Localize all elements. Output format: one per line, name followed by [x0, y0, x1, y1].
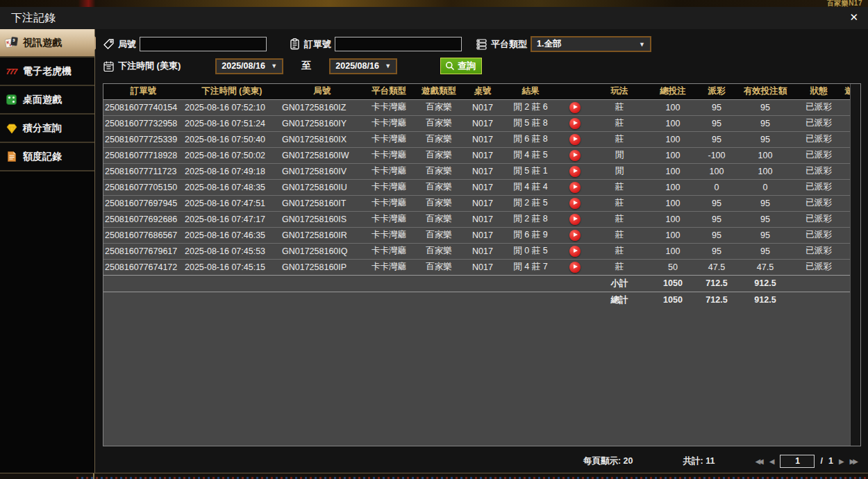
- cell-round-no: GN017258160IT: [281, 195, 364, 211]
- cell-replay: [560, 163, 590, 179]
- page-number-input[interactable]: [780, 455, 815, 468]
- next-page-icon[interactable]: ▶: [839, 457, 844, 465]
- records-table: 訂單號下注時間 (美東)局號平台類型遊戲類型桌號結果玩法總投注派彩有效投注額狀態…: [103, 84, 861, 308]
- cell-valid-bet: 47.5: [736, 259, 794, 275]
- cell-bet-time: 2025-08-16 07:47:51: [183, 195, 281, 211]
- sidebar-item-video-games[interactable]: K♥9 視訊遊戲: [0, 29, 94, 58]
- cell-platform: 卡卡灣廳: [364, 131, 414, 147]
- column-header: 局號: [281, 84, 364, 99]
- replay-icon[interactable]: [569, 214, 581, 225]
- sidebar-item-credit-records[interactable]: 額度記錄: [0, 143, 94, 171]
- replay-icon[interactable]: [569, 230, 581, 241]
- cell-bet-side: 莊: [590, 195, 649, 211]
- cell-game-type: 百家樂: [414, 243, 464, 259]
- cell-total-bet: 100: [649, 243, 697, 259]
- table-row: 2508160776979452025-08-16 07:47:51GN0172…: [103, 195, 861, 211]
- cell-round-no: GN017258160IX: [281, 131, 364, 147]
- cell-replay: [560, 243, 590, 259]
- table-row: 2508160777117232025-08-16 07:49:18GN0172…: [103, 163, 861, 179]
- records-table-container: 訂單號下注時間 (美東)局號平台類型遊戲類型桌號結果玩法總投注派彩有效投注額狀態…: [103, 83, 861, 446]
- cell-status: 已派彩: [794, 179, 843, 195]
- cell-total-bet: 100: [649, 163, 697, 179]
- cell-bet-side: 莊: [590, 227, 649, 243]
- cell-result: 閒 2 莊 6: [501, 99, 560, 115]
- caret-down-icon: ▼: [271, 62, 277, 69]
- round-no-input[interactable]: [140, 37, 267, 51]
- replay-icon[interactable]: [569, 134, 581, 145]
- cell-game-type: 百家樂: [414, 227, 464, 243]
- cell-round-no: GN017258160IW: [281, 147, 364, 163]
- cell-bet-side: 莊: [590, 243, 649, 259]
- summary-valid-bet: 912.5: [736, 275, 794, 292]
- document-icon: [5, 150, 18, 163]
- cell-game-type: 百家樂: [414, 99, 464, 115]
- table-footer: 每頁顯示: 20 共計: 11 ◀◀ ◀ / 1 ▶ ▶▶: [96, 449, 868, 473]
- first-page-icon[interactable]: ◀◀: [755, 457, 763, 465]
- date-from-select[interactable]: 2025/08/16 ▼: [215, 58, 283, 74]
- cell-result: 閒 2 莊 5: [501, 195, 560, 211]
- replay-icon[interactable]: [569, 102, 581, 113]
- close-icon[interactable]: ✕: [849, 11, 858, 24]
- cell-order-no: 250816077732958: [103, 115, 183, 131]
- cell-result: 閒 5 莊 1: [501, 163, 560, 179]
- round-no-label: 局號: [118, 38, 136, 51]
- cell-table-no: N017: [464, 211, 501, 227]
- replay-icon[interactable]: [569, 262, 581, 273]
- summary-valid-bet: 912.5: [736, 292, 794, 308]
- cell-order-no: 250816077674172: [103, 259, 183, 275]
- column-header: 有效投注額: [736, 84, 794, 99]
- search-button[interactable]: 查詢: [440, 58, 482, 74]
- pagination: ◀◀ ◀ / 1 ▶ ▶▶: [755, 455, 858, 468]
- platform-type-select[interactable]: 1.全部 ▼: [531, 36, 651, 52]
- sidebar-item-points[interactable]: 積分查詢: [0, 115, 94, 143]
- order-no-input[interactable]: [335, 37, 462, 51]
- cell-valid-bet: 95: [736, 211, 794, 227]
- sidebar-item-label: 視訊遊戲: [23, 37, 62, 49]
- cell-order-no: 250816077725339: [103, 131, 183, 147]
- last-page-icon[interactable]: ▶▶: [850, 457, 858, 465]
- cell-bet-time: 2025-08-16 07:50:02: [183, 147, 281, 163]
- scrollbar-track[interactable]: [850, 84, 860, 446]
- sidebar-item-table-games[interactable]: 桌面遊戲: [0, 86, 94, 115]
- replay-icon[interactable]: [569, 198, 581, 209]
- cell-result: 閒 5 莊 8: [501, 115, 560, 131]
- replay-icon[interactable]: [569, 166, 581, 177]
- cell-valid-bet: 95: [736, 227, 794, 243]
- cell-total-bet: 100: [649, 99, 697, 115]
- column-header: 平台類型: [364, 84, 414, 99]
- replay-icon[interactable]: [569, 150, 581, 161]
- tag-icon: [103, 38, 115, 50]
- cell-bet-side: 莊: [590, 99, 649, 115]
- prev-page-icon[interactable]: ◀: [769, 457, 775, 465]
- cell-status: 已派彩: [794, 259, 843, 275]
- background-table-name: 百家樂N17: [827, 0, 862, 7]
- replay-icon[interactable]: [569, 182, 581, 193]
- cell-round-no: GN017258160IR: [281, 227, 364, 243]
- column-header: 桌號: [464, 84, 501, 99]
- cell-valid-bet: 95: [736, 243, 794, 259]
- grand-total-row: 總計1050712.5912.5: [103, 292, 861, 308]
- date-to-select[interactable]: 2025/08/16 ▼: [329, 58, 397, 74]
- cell-bet-side: 莊: [590, 211, 649, 227]
- caret-down-icon: ▼: [385, 62, 391, 69]
- cell-replay: [560, 115, 590, 131]
- filter-panel: 局號 訂單號 平台類型 1.全部 ▼: [103, 36, 861, 81]
- cell-result: 閒 0 莊 5: [501, 243, 560, 259]
- cell-platform: 卡卡灣廳: [364, 99, 414, 115]
- cell-game-type: 百家樂: [414, 211, 464, 227]
- cell-result: 閒 6 莊 9: [501, 227, 560, 243]
- cell-result: 閒 4 莊 7: [501, 259, 560, 275]
- slot-777-icon: 777: [5, 65, 18, 78]
- replay-icon[interactable]: [569, 118, 581, 129]
- cell-bet-side: 莊: [590, 131, 649, 147]
- cell-platform: 卡卡灣廳: [364, 179, 414, 195]
- sidebar-item-label: 電子老虎機: [23, 65, 72, 78]
- sidebar-item-slots[interactable]: 777 電子老虎機: [0, 58, 94, 86]
- dice-icon: [5, 93, 18, 106]
- bet-records-dialog: 下注記錄 ✕ K♥9 視訊遊戲 777 電子老虎機: [0, 7, 868, 473]
- table-row: 2508160777401542025-08-16 07:52:10GN0172…: [103, 99, 861, 115]
- cell-status: 已派彩: [794, 243, 843, 259]
- replay-icon[interactable]: [569, 246, 581, 257]
- cell-platform: 卡卡灣廳: [364, 227, 414, 243]
- cell-status: 已派彩: [794, 131, 843, 147]
